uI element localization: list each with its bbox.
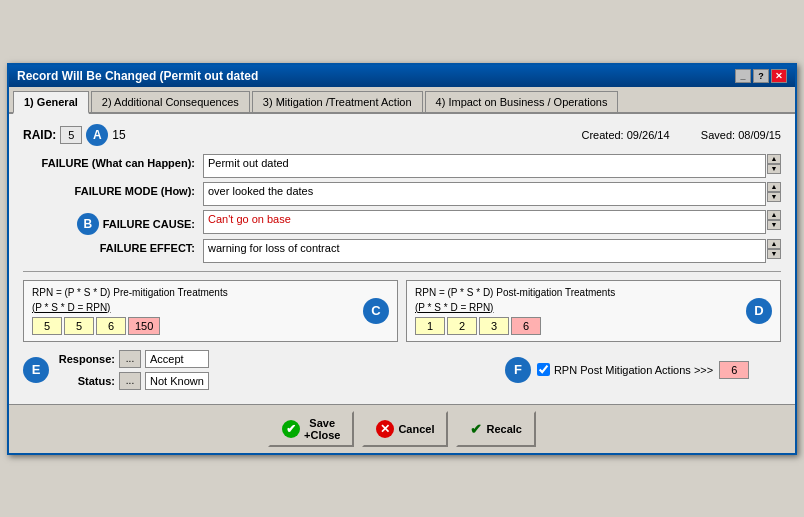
raid-row: RAID: 5 A 15 Created: 09/26/14 Saved: 08…	[23, 124, 781, 146]
cancel-icon: ✕	[376, 420, 394, 438]
recalc-icon: ✔	[470, 421, 482, 437]
tab-consequences[interactable]: 2) Additional Consequences	[91, 91, 250, 112]
failure-cause-label: B FAILURE CAUSE:	[23, 210, 203, 235]
failure-effect-row: FAILURE EFFECT: warning for loss of cont…	[23, 239, 781, 263]
failure-mode-label: FAILURE MODE (How):	[23, 182, 203, 197]
failure-effect-label: FAILURE EFFECT:	[23, 239, 203, 254]
recalc-label: Recalc	[486, 423, 521, 435]
status-field[interactable]: Not Known	[145, 372, 209, 390]
failure-scroll: ▲ ▼	[767, 154, 781, 174]
rpn-post-p[interactable]: 1	[415, 317, 445, 335]
divider	[23, 271, 781, 272]
titlebar-controls: _ ? ✕	[735, 69, 787, 83]
close-button[interactable]: ✕	[771, 69, 787, 83]
rpn-pre-formula[interactable]: (P * S * D = RPN)	[32, 302, 110, 313]
failure-cause-scroll: ▲ ▼	[767, 210, 781, 230]
failure-label: FAILURE (What can Happen):	[23, 154, 203, 169]
raid-value: 5	[60, 126, 82, 144]
rpn-post-rpn: 6	[511, 317, 541, 335]
failure-cause-row: B FAILURE CAUSE: Can't go on base ▲ ▼	[23, 210, 781, 235]
response-field[interactable]: Accept	[145, 350, 209, 368]
scroll-up-3[interactable]: ▲	[767, 210, 781, 220]
failure-mode-scroll: ▲ ▼	[767, 182, 781, 202]
failure-row: FAILURE (What can Happen): Permit out da…	[23, 154, 781, 178]
saved-date: 08/09/15	[738, 129, 781, 141]
bottom-section: E Response: ... Accept Status: ... Not K…	[23, 350, 781, 390]
main-content: RAID: 5 A 15 Created: 09/26/14 Saved: 08…	[9, 114, 795, 404]
rpn-section: RPN = (P * S * D) Pre-mitigation Treatme…	[23, 280, 781, 342]
rpn-pre-d[interactable]: 6	[96, 317, 126, 335]
date-info: Created: 09/26/14 Saved: 08/09/15	[581, 129, 781, 141]
badge-a: A	[86, 124, 108, 146]
response-label: Response:	[55, 353, 115, 365]
spacer	[219, 350, 495, 390]
tab-mitigation[interactable]: 3) Mitigation /Treatment Action	[252, 91, 423, 112]
main-window: Record Will Be Changed (Permit out dated…	[7, 63, 797, 455]
badge-e: E	[23, 357, 49, 383]
scroll-down-3[interactable]: ▼	[767, 220, 781, 230]
scroll-down[interactable]: ▼	[767, 164, 781, 174]
scroll-up-4[interactable]: ▲	[767, 239, 781, 249]
badge-b: B	[77, 213, 99, 235]
rpn-pre-p[interactable]: 5	[32, 317, 62, 335]
cancel-label: Cancel	[398, 423, 434, 435]
raid-number: 15	[112, 128, 125, 142]
scroll-down-2[interactable]: ▼	[767, 192, 781, 202]
rpn-post-s[interactable]: 2	[447, 317, 477, 335]
rpn-pre-s[interactable]: 5	[64, 317, 94, 335]
scroll-up-2[interactable]: ▲	[767, 182, 781, 192]
cancel-button[interactable]: ✕ Cancel	[362, 411, 448, 447]
badge-d: D	[746, 298, 772, 324]
scroll-up[interactable]: ▲	[767, 154, 781, 164]
rpn-pre-values: 5 5 6 150	[32, 317, 389, 335]
window-title: Record Will Be Changed (Permit out dated	[17, 69, 258, 83]
failure-cause-field-wrapper: Can't go on base ▲ ▼	[203, 210, 781, 234]
rpn-pre-title: RPN = (P * S * D) Pre-mitigation Treatme…	[32, 287, 389, 298]
failure-field[interactable]: Permit out dated	[203, 154, 766, 178]
response-row: Response: ... Accept	[55, 350, 209, 368]
failure-effect-field[interactable]: warning for loss of contract	[203, 239, 766, 263]
recalc-button[interactable]: ✔ Recalc	[456, 411, 535, 447]
rpn-post-values: 1 2 3 6	[415, 317, 772, 335]
button-bar: ✔ Save+Close ✕ Cancel ✔ Recalc	[9, 404, 795, 453]
response-section: Response: ... Accept Status: ... Not Kno…	[55, 350, 209, 390]
mitigation-section: F RPN Post Mitigation Actions >>> 6	[505, 350, 781, 390]
minimize-button[interactable]: _	[735, 69, 751, 83]
rpn-post-mitigation-value: 6	[719, 361, 749, 379]
save-button[interactable]: ✔ Save+Close	[268, 411, 354, 447]
failure-mode-field-wrapper: over looked the dates ▲ ▼	[203, 182, 781, 206]
rpn-pre-box: RPN = (P * S * D) Pre-mitigation Treatme…	[23, 280, 398, 342]
status-row: Status: ... Not Known	[55, 372, 209, 390]
rpn-post-formula[interactable]: (P * S * D = RPN)	[415, 302, 493, 313]
tab-impact[interactable]: 4) Impact on Business / Operations	[425, 91, 619, 112]
rpn-post-mitigation-checkbox[interactable]	[537, 363, 550, 376]
response-e-wrapper: E Response: ... Accept Status: ... Not K…	[23, 350, 209, 390]
created-date: 09/26/14	[627, 129, 670, 141]
rpn-pre-rpn: 150	[128, 317, 160, 335]
failure-effect-scroll: ▲ ▼	[767, 239, 781, 259]
created-label: Created:	[581, 129, 623, 141]
save-icon: ✔	[282, 420, 300, 438]
failure-mode-field[interactable]: over looked the dates	[203, 182, 766, 206]
failure-cause-field[interactable]: Can't go on base	[203, 210, 766, 234]
raid-label: RAID:	[23, 128, 56, 142]
rpn-post-box: RPN = (P * S * D) Post-mitigation Treatm…	[406, 280, 781, 342]
status-browse-button[interactable]: ...	[119, 372, 141, 390]
failure-field-wrapper: Permit out dated ▲ ▼	[203, 154, 781, 178]
rpn-post-mitigation-label: RPN Post Mitigation Actions >>>	[537, 363, 713, 376]
response-browse-button[interactable]: ...	[119, 350, 141, 368]
rpn-post-title: RPN = (P * S * D) Post-mitigation Treatm…	[415, 287, 772, 298]
tab-general[interactable]: 1) General	[13, 91, 89, 114]
save-label: Save+Close	[304, 417, 340, 441]
badge-f: F	[505, 357, 531, 383]
badge-c: C	[363, 298, 389, 324]
failure-mode-row: FAILURE MODE (How): over looked the date…	[23, 182, 781, 206]
saved-label: Saved:	[701, 129, 735, 141]
help-button[interactable]: ?	[753, 69, 769, 83]
titlebar: Record Will Be Changed (Permit out dated…	[9, 65, 795, 87]
scroll-down-4[interactable]: ▼	[767, 249, 781, 259]
status-label: Status:	[55, 375, 115, 387]
rpn-post-d[interactable]: 3	[479, 317, 509, 335]
tab-bar: 1) General 2) Additional Consequences 3)…	[9, 87, 795, 114]
failure-effect-field-wrapper: warning for loss of contract ▲ ▼	[203, 239, 781, 263]
